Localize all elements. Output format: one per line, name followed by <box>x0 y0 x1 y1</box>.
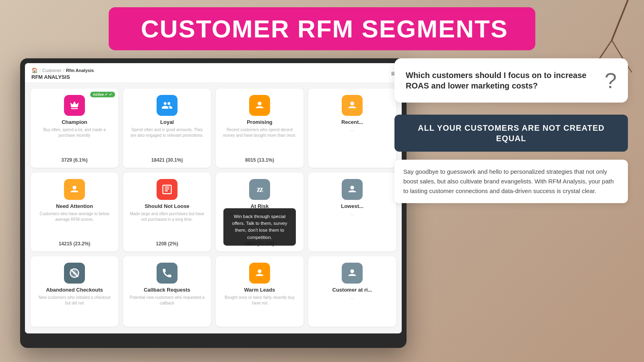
breadcrumb-sep2: / <box>63 68 64 73</box>
info-description-box: Say goodbye to guesswork and hello to pe… <box>394 160 628 203</box>
segment-count: 18421 (30.1%) <box>151 157 183 163</box>
segment-card-recent...[interactable]: Recent...... <box>308 88 396 168</box>
svg-point-7 <box>72 185 76 189</box>
segment-name: Should Not Loose <box>144 203 189 209</box>
segment-name: Customer at ri... <box>332 287 372 293</box>
segment-desc: ... <box>351 211 354 247</box>
svg-point-6 <box>350 102 354 105</box>
segment-count: 8015 (13.1%) <box>245 157 274 163</box>
svg-point-12 <box>258 269 261 273</box>
breadcrumb: 🏠 / Customer / Rfm Analysis <box>31 67 94 73</box>
laptop-screen: 🏠 / Customer / Rfm Analysis RFM ANALYSIS… <box>25 63 402 333</box>
svg-point-9 <box>350 185 354 189</box>
segment-icon <box>157 263 178 284</box>
segment-icon <box>64 263 85 284</box>
segment-icon: zz <box>249 179 270 200</box>
segment-desc: Potential new customers who requested a … <box>128 295 206 322</box>
segment-card-lowest...[interactable]: Lowest...... <box>308 173 396 252</box>
segment-count: 3729 (6.1%) <box>61 157 87 163</box>
breadcrumb-sep1: / <box>39 68 41 73</box>
segment-name: Warm Leads <box>244 287 275 293</box>
breadcrumb-customer[interactable]: Customer <box>42 68 62 73</box>
segment-card-loyal[interactable]: LoyalSpend often and in good amounts. Th… <box>123 88 211 168</box>
svg-point-5 <box>258 102 261 105</box>
segment-name: Need Attention <box>56 203 93 209</box>
segment-icon <box>342 263 363 284</box>
segment-name: Champion <box>62 119 87 125</box>
segment-name: Loyal <box>160 119 174 125</box>
segment-desc: Customers who have average to below aver… <box>35 211 114 238</box>
segment-icon <box>64 179 85 200</box>
segment-card-callback-requests[interactable]: Callback RequestsPotential new customers… <box>123 256 211 327</box>
active-badge: Active ✓ <box>90 92 115 97</box>
segment-icon <box>342 95 363 116</box>
right-panel: Which customers should I focus on to inc… <box>394 58 628 203</box>
banner-title: CUSTOMER RFM SEGMENTS <box>141 14 503 43</box>
segment-icon <box>157 95 178 116</box>
segment-card-champion[interactable]: Active ✓ChampionBuy often, spend a lot, … <box>31 88 118 168</box>
top-banner: CUSTOMER RFM SEGMENTS <box>109 7 535 50</box>
svg-point-13 <box>350 269 354 273</box>
segment-icon <box>249 263 270 284</box>
screen-header: 🏠 / Customer / Rfm Analysis RFM ANALYSIS… <box>25 63 402 83</box>
segment-name: Recent... <box>341 119 363 125</box>
segment-tooltip: Win back through special offers. Talk to… <box>223 208 296 246</box>
segment-card-warm-leads[interactable]: Warm LeadsBought once or twice fairly re… <box>216 256 303 327</box>
info-title-box: ALL YOUR CUSTOMERS ARE NOT CREATED EQUAL <box>394 115 628 152</box>
laptop-frame: 🏠 / Customer / Rfm Analysis RFM ANALYSIS… <box>20 58 407 348</box>
segment-desc: Recent customers who spend decent money … <box>221 127 299 154</box>
segment-desc: ... <box>351 127 354 163</box>
segment-desc: Made large and often purchases but have … <box>128 211 206 238</box>
segment-desc: New customers who initiated a checkout b… <box>35 295 114 322</box>
segment-desc: ... <box>351 295 354 322</box>
segment-icon <box>342 179 363 200</box>
segment-card-abandoned-checkouts[interactable]: Abandoned CheckoutsNew customers who ini… <box>31 256 118 327</box>
segment-icon <box>249 95 270 116</box>
segment-card-promising[interactable]: PromisingRecent customers who spend dece… <box>216 88 303 168</box>
segment-name: Abandoned Checkouts <box>46 287 103 293</box>
info-description: Say goodbye to guesswork and hello to pe… <box>403 167 619 196</box>
segment-desc: Buy often, spend a lot, and made a purch… <box>35 127 114 154</box>
segment-card-customer-at-ri...[interactable]: Customer at ri...... <box>308 256 396 327</box>
page-title: RFM ANALYSIS <box>31 74 94 80</box>
segment-name: Promising <box>247 119 272 125</box>
segment-name: Lowest... <box>341 203 363 209</box>
segment-card-should-not-loose[interactable]: Should Not LooseMade large and often pur… <box>123 173 211 252</box>
segment-count: 14215 (23.2%) <box>59 241 91 247</box>
svg-line-2 <box>612 40 624 60</box>
question-bubble: Which customers should I focus on to inc… <box>394 58 628 103</box>
segment-icon <box>157 179 178 200</box>
segment-card-need-attention[interactable]: Need AttentionCustomers who have average… <box>31 173 118 252</box>
question-text: Which customers should I focus on to inc… <box>406 70 598 91</box>
segment-icon <box>64 95 85 116</box>
segment-name: Callback Requests <box>144 287 190 293</box>
segment-card-at-risk[interactable]: zzAt RiskCustomers who have not purchase… <box>216 173 303 252</box>
segment-grid: Active ✓ChampionBuy often, spend a lot, … <box>25 83 402 332</box>
segment-count: 1208 (2%) <box>156 241 178 247</box>
svg-line-0 <box>612 0 628 40</box>
question-icon: ? <box>605 68 617 93</box>
info-title: ALL YOUR CUSTOMERS ARE NOT CREATED EQUAL <box>404 123 618 144</box>
segment-desc: Spend often and in good amounts. They ar… <box>128 127 206 154</box>
home-icon: 🏠 <box>31 67 38 73</box>
segment-desc: Bought once or twice fairly recently buy… <box>221 295 299 322</box>
breadcrumb-current: Rfm Analysis <box>66 68 94 73</box>
